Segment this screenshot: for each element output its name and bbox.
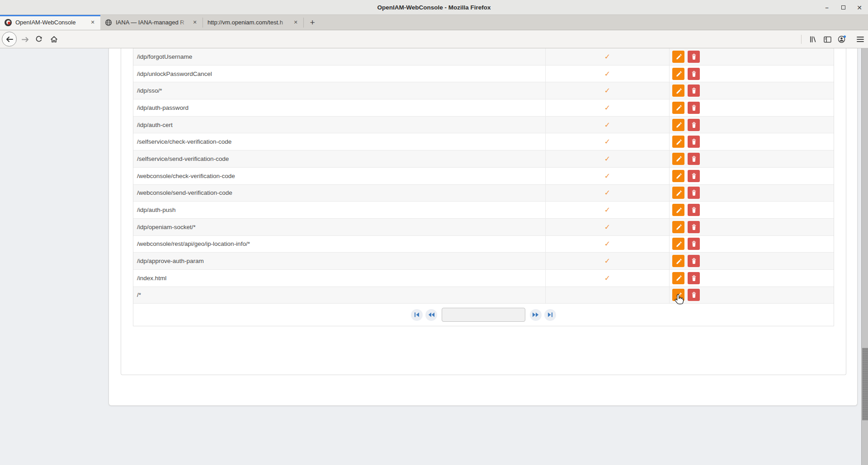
delete-button[interactable] [688, 255, 700, 267]
maximize-button[interactable] [838, 3, 848, 13]
edit-button[interactable] [672, 102, 684, 114]
trash-icon [691, 104, 697, 111]
pencil-icon [675, 122, 682, 128]
url-pattern-cell: /idp/auth-cert [133, 117, 546, 133]
tab-close-icon[interactable]: ✕ [191, 19, 199, 27]
edit-button[interactable] [672, 221, 684, 233]
sidebar-toggle-button[interactable] [821, 30, 834, 48]
prev-page-icon [428, 312, 435, 318]
trash-icon [691, 53, 697, 60]
delete-button[interactable] [688, 153, 700, 165]
check-icon: ✓ [604, 103, 610, 112]
trash-icon [691, 87, 697, 94]
delete-button[interactable] [688, 238, 700, 250]
edit-button[interactable] [672, 187, 684, 199]
tab-close-icon[interactable]: ✕ [89, 19, 97, 27]
delete-button[interactable] [688, 102, 700, 114]
forward-arrow-icon [22, 37, 29, 42]
edit-button[interactable] [672, 153, 684, 165]
pencil-icon [675, 88, 682, 94]
edit-button[interactable] [672, 119, 684, 131]
prev-page-button[interactable] [425, 309, 437, 321]
tab-iana[interactable]: IANA — IANA-managed R ✕ [100, 15, 203, 30]
trash-icon [691, 291, 697, 298]
edit-button[interactable] [672, 204, 684, 216]
status-cell: ✓ [546, 117, 670, 133]
edit-button[interactable] [672, 85, 684, 97]
sidebar-icon [824, 36, 831, 43]
actions-cell [670, 133, 834, 150]
edit-button[interactable] [672, 238, 684, 250]
edit-button[interactable] [672, 272, 684, 284]
url-pattern-cell: /selfservice/send-verification-code [133, 150, 546, 167]
close-button[interactable]: ✕ [854, 3, 864, 13]
minimize-button[interactable]: – [822, 3, 832, 13]
actions-cell [670, 117, 834, 133]
check-icon: ✓ [604, 172, 610, 180]
url-pattern-cell: /idp/forgotUsername [133, 48, 546, 65]
table-row: /selfservice/check-verification-code ✓ [133, 133, 834, 150]
actions-cell [670, 48, 834, 65]
edit-button[interactable] [672, 51, 684, 63]
last-page-button[interactable] [544, 309, 556, 321]
vertical-scrollbar-thumb[interactable] [862, 348, 868, 420]
actions-cell [670, 82, 834, 99]
table-row: /index.html ✓ [133, 270, 834, 287]
table-row: /webconsole/check-verification-code ✓ [133, 168, 834, 185]
next-page-button[interactable] [530, 309, 542, 321]
edit-button[interactable] [672, 170, 684, 182]
new-tab-button[interactable]: + [306, 16, 319, 29]
library-button[interactable] [807, 30, 819, 48]
delete-button[interactable] [688, 68, 700, 80]
status-cell: ✓ [546, 270, 670, 287]
check-icon: ✓ [604, 188, 610, 197]
url-pattern-cell: /idp/approve-auth-param [133, 253, 546, 269]
edit-button[interactable] [672, 289, 684, 301]
delete-button[interactable] [688, 221, 700, 233]
first-page-button[interactable] [411, 309, 423, 321]
account-button[interactable] [835, 30, 848, 48]
url-pattern-cell: /webconsole/check-verification-code [133, 168, 546, 184]
forward-button[interactable] [19, 30, 32, 48]
reload-button[interactable] [33, 30, 45, 48]
delete-button[interactable] [688, 85, 700, 97]
check-icon: ✓ [604, 274, 610, 282]
home-button[interactable] [47, 30, 60, 48]
url-pattern-cell: /idp/sso/* [133, 82, 546, 99]
back-button[interactable] [2, 32, 17, 47]
tab-openiam-webconsole[interactable]: OpenIAM-WebConsole ✕ [0, 15, 100, 30]
delete-button[interactable] [688, 272, 700, 284]
delete-button[interactable] [688, 204, 700, 216]
reload-icon [35, 36, 42, 43]
pencil-icon [675, 258, 682, 264]
account-icon [838, 35, 846, 43]
actions-cell [670, 99, 834, 116]
table-rows: /idp/forgotUsername ✓ /idp/unlockPasswor… [133, 48, 834, 304]
delete-button[interactable] [688, 289, 700, 301]
check-icon: ✓ [604, 223, 610, 231]
delete-button[interactable] [688, 51, 700, 63]
vertical-scrollbar-track[interactable] [861, 48, 868, 465]
tab-label: OpenIAM-WebConsole [15, 19, 86, 26]
pencil-icon [675, 207, 682, 213]
edit-button[interactable] [672, 68, 684, 80]
check-icon: ✓ [604, 206, 610, 214]
url-pattern-cell: /selfservice/check-verification-code [133, 133, 546, 150]
delete-button[interactable] [688, 187, 700, 199]
pencil-icon [675, 241, 682, 247]
delete-button[interactable] [688, 136, 700, 148]
actions-cell [670, 66, 834, 82]
check-icon: ✓ [604, 121, 610, 129]
tab-test-page[interactable]: http://vm.openiam.com/test.h ✕ [203, 15, 303, 30]
actions-cell [670, 236, 834, 253]
edit-button[interactable] [672, 255, 684, 267]
menu-button[interactable] [854, 30, 867, 48]
delete-button[interactable] [688, 170, 700, 182]
edit-button[interactable] [672, 136, 684, 148]
tab-close-icon[interactable]: ✕ [292, 19, 300, 27]
page-number-input[interactable] [442, 308, 525, 322]
delete-button[interactable] [688, 119, 700, 131]
toolbar-separator [801, 35, 802, 44]
check-icon: ✓ [604, 155, 610, 163]
status-cell: ✓ [546, 99, 670, 116]
